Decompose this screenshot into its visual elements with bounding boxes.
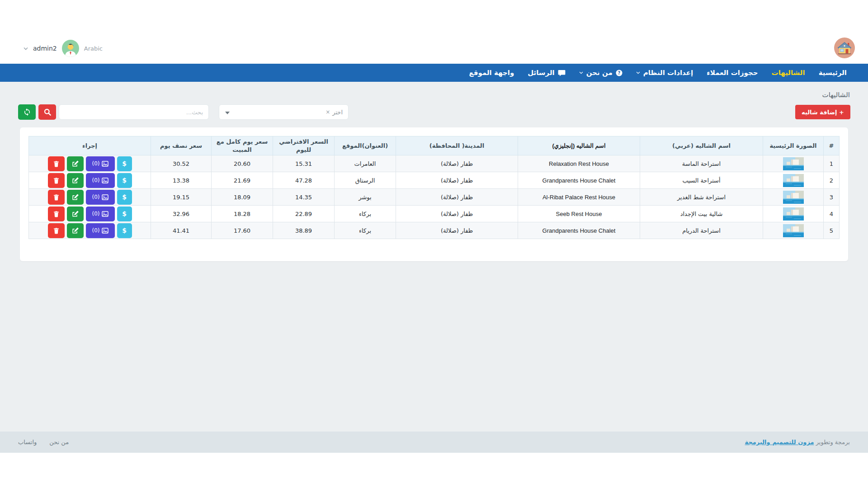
cell-name-english: Grandparents House Chalet — [518, 222, 640, 239]
search-toolbar: اختر × — [18, 104, 349, 120]
chalet-thumbnail[interactable] — [783, 207, 804, 221]
photos-button[interactable]: (0) — [86, 156, 115, 171]
nav-item-home[interactable]: ? الرئيسية — [819, 69, 847, 77]
chalet-thumbnail[interactable] — [783, 174, 804, 187]
chalet-thumbnail[interactable] — [783, 157, 804, 170]
nav-item-label: واجهة الموقع — [469, 69, 514, 77]
filter-select[interactable]: اختر × — [219, 104, 349, 120]
cell-half-day-price: 41.41 — [151, 222, 212, 239]
trash-icon — [53, 160, 59, 167]
nav-item-label: الرئيسية — [819, 69, 847, 77]
credit-prefix: برمجة وتطوير — [816, 439, 850, 446]
search-button[interactable] — [38, 104, 56, 120]
cell-actions: (0) $ — [29, 206, 151, 222]
username-label[interactable]: admin2 — [33, 45, 57, 52]
nav-item-site-frontend[interactable]: ? واجهة الموقع — [469, 69, 514, 77]
cell-city-governorate: ظفار (صلالة) — [396, 189, 518, 206]
images-icon — [102, 211, 108, 217]
column-header-price_half: سعر نصف يوم — [151, 136, 212, 155]
cell-location: العامرات — [335, 155, 396, 172]
select-value: اختر — [332, 109, 343, 116]
footer-link-about[interactable]: من نحن — [49, 439, 69, 446]
delete-button[interactable] — [48, 156, 65, 171]
delete-button[interactable] — [48, 223, 65, 238]
developer-link[interactable]: مزون للتصميم والبرمجة — [745, 439, 814, 446]
cell-half-day-price: 13.38 — [151, 172, 212, 189]
price-button[interactable]: $ — [117, 223, 132, 238]
delete-button[interactable] — [48, 173, 65, 188]
chalet-thumbnail[interactable] — [783, 224, 804, 237]
trash-icon — [53, 227, 59, 234]
cell-name-english: Grandparents House Chalet — [518, 172, 640, 189]
navbar: ? الرئيسية ? الشاليهات ? حجوزات العملاء — [0, 64, 868, 82]
trash-icon — [53, 211, 59, 217]
edit-button[interactable] — [67, 223, 84, 238]
nav-item-chalets[interactable]: ? الشاليهات — [772, 69, 805, 77]
cell-city-governorate: ظفار (صلالة) — [396, 155, 518, 172]
images-icon — [102, 161, 108, 167]
cell-default-price: 38.89 — [273, 222, 335, 239]
table-card: #الصورة الرئيسيةاسم الشاليه (عربي)اسم ال… — [20, 127, 848, 261]
chalets-table: #الصورة الرئيسيةاسم الشاليه (عربي)اسم ال… — [28, 136, 840, 239]
photos-button[interactable]: (0) — [86, 190, 115, 205]
clear-selection-icon[interactable]: × — [326, 109, 330, 115]
pencil-square-icon — [72, 211, 79, 217]
user-menu[interactable]: admin2 Arabic — [24, 40, 103, 57]
cell-row-number: 3 — [824, 189, 840, 206]
question-circle-icon: ? — [616, 70, 623, 76]
delete-button[interactable] — [48, 190, 65, 205]
column-header-location: (العنوان)الموقع — [335, 136, 396, 155]
pencil-square-icon — [72, 177, 79, 184]
refresh-icon — [23, 108, 31, 116]
main-content: الشاليهات + إضافة شاليه اختر × #الصورة ا… — [0, 82, 868, 432]
price-button[interactable]: $ — [117, 156, 132, 171]
table-row: 3 استراحة شط الغدير Al-Ribat Palace Rest… — [29, 189, 840, 206]
price-button[interactable]: $ — [117, 173, 132, 188]
navbar-items: ? الرئيسية ? الشاليهات ? حجوزات العملاء — [469, 69, 847, 77]
nav-item-messages[interactable]: ? الرسائل — [528, 69, 566, 77]
footer-link-whatsapp[interactable]: واتساب — [18, 439, 37, 446]
cell-city-governorate: ظفار (صلالة) — [396, 222, 518, 239]
photos-count-badge: (0) — [92, 177, 100, 183]
page-title: الشاليهات — [822, 91, 850, 99]
cell-name-english: Relaxation Rest House — [518, 155, 640, 172]
edit-button[interactable] — [67, 156, 84, 171]
top-header: admin2 Arabic — [0, 0, 868, 64]
edit-button[interactable] — [67, 173, 84, 188]
price-button[interactable]: $ — [117, 206, 132, 221]
user-avatar-icon[interactable] — [62, 40, 79, 57]
images-icon — [102, 228, 108, 234]
photos-button[interactable]: (0) — [86, 173, 115, 188]
add-chalet-button[interactable]: + إضافة شاليه — [795, 105, 850, 119]
price-button[interactable]: $ — [117, 190, 132, 205]
nav-item-client-bookings[interactable]: ? حجوزات العملاء — [707, 69, 758, 77]
chalet-thumbnail[interactable] — [783, 191, 804, 204]
nav-item-label: الرسائل — [528, 69, 555, 77]
house-logo-icon[interactable] — [834, 37, 855, 59]
cell-main-image — [763, 172, 824, 189]
cell-location: بوشر — [335, 189, 396, 206]
table-row: 4 شالية بيت الإجداد Seeb Rest House ظفار… — [29, 206, 840, 222]
nav-item-about-us[interactable]: ? من نحن — [579, 69, 623, 77]
cell-row-number: 1 — [824, 155, 840, 172]
edit-button[interactable] — [67, 206, 84, 221]
cell-actions: (0) $ — [29, 155, 151, 172]
cell-default-price: 47.28 — [273, 172, 335, 189]
cell-default-price: 14.35 — [273, 189, 335, 206]
edit-button[interactable] — [67, 190, 84, 205]
language-label[interactable]: Arabic — [84, 45, 103, 52]
row-action-buttons: (0) $ — [32, 223, 148, 238]
photos-button[interactable]: (0) — [86, 223, 115, 238]
delete-button[interactable] — [48, 206, 65, 221]
pencil-square-icon — [72, 160, 79, 167]
table-row: 1 استراحة الماسة Relaxation Rest House ظ… — [29, 155, 840, 172]
refresh-button[interactable] — [18, 104, 36, 120]
cell-actions: (0) $ — [29, 189, 151, 206]
nav-item-label: إعدادات النظام — [643, 69, 693, 77]
nav-item-system-settings[interactable]: ? إعدادات النظام — [636, 69, 693, 77]
bottom-spacer — [0, 453, 868, 488]
photos-button[interactable]: (0) — [86, 206, 115, 221]
chat-icon — [558, 70, 566, 76]
search-input[interactable] — [59, 104, 209, 120]
cell-main-image — [763, 155, 824, 172]
